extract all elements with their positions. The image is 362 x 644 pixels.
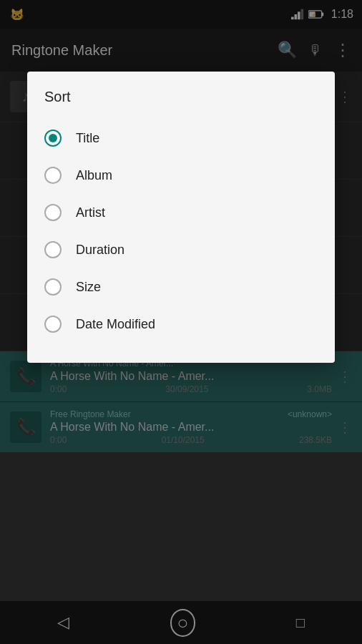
sort-dialog: Sort Title Album Artist Duration Size Da…: [27, 72, 335, 363]
sort-label-title: Title: [76, 131, 99, 146]
sort-option-title[interactable]: Title: [44, 119, 318, 157]
sort-option-artist[interactable]: Artist: [44, 194, 318, 231]
sort-label-artist: Artist: [76, 205, 105, 220]
sort-label-size: Size: [76, 280, 101, 295]
radio-date-modified: [44, 316, 62, 333]
radio-size: [44, 278, 62, 296]
radio-album: [44, 167, 62, 184]
radio-title: [44, 130, 62, 147]
sort-option-duration[interactable]: Duration: [44, 231, 318, 268]
sort-option-date-modified[interactable]: Date Modified: [44, 306, 318, 343]
sort-label-duration: Duration: [76, 243, 124, 258]
sort-option-size[interactable]: Size: [44, 268, 318, 306]
radio-artist: [44, 204, 62, 221]
sort-label-date-modified: Date Modified: [76, 317, 155, 332]
radio-duration: [44, 241, 62, 258]
dialog-title: Sort: [44, 89, 318, 105]
sort-label-album: Album: [76, 168, 112, 183]
sort-option-album[interactable]: Album: [44, 157, 318, 194]
